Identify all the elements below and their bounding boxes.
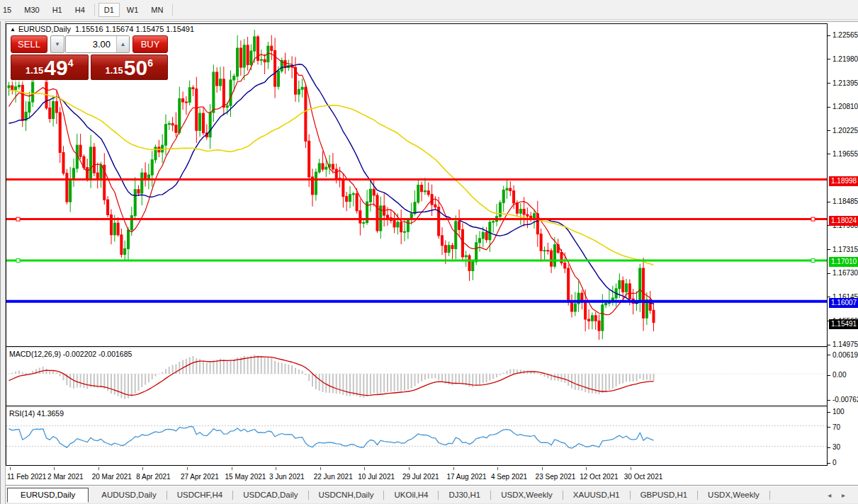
tab-scroll-arrows: ◂ ▸ xyxy=(819,491,845,499)
chart-window: ▲EURUSD,Daily1.15516 1.15674 1.15475 1.1… xyxy=(6,21,858,504)
time-axis-tick xyxy=(10,467,11,470)
rsi-axis-label: 30 xyxy=(832,442,840,452)
price-marker-badge: 1.18998 xyxy=(829,176,858,186)
chart-tab-dj30-h1[interactable]: DJ30,H1 xyxy=(440,488,489,502)
time-axis-label: 27 Apr 2021 xyxy=(181,473,219,481)
price-axis-tick xyxy=(828,202,830,202)
price-axis-tick xyxy=(828,154,830,154)
tab-separator xyxy=(563,491,563,500)
time-axis-label: 3 Jun 2021 xyxy=(269,473,305,481)
price-axis-label: 1.20225 xyxy=(832,126,858,135)
timeframe-button-w1[interactable]: W1 xyxy=(121,3,145,17)
price-axis-label: 1.21395 xyxy=(832,79,858,88)
price-axis-label: 1.19655 xyxy=(832,149,858,159)
price-axis-label: 1.22565 xyxy=(832,30,858,40)
tab-separator xyxy=(232,491,233,500)
chart-tab-xauusd-h1[interactable]: XAUUSD,H1 xyxy=(565,488,628,502)
chart-tab-eurusd-daily[interactable]: EURUSD,Daily xyxy=(7,488,89,503)
chart-tab-usdx-weekly[interactable]: USDX,Weekly xyxy=(492,488,561,502)
time-axis-tick xyxy=(542,467,543,470)
time-axis-tick xyxy=(409,467,410,470)
rsi-axis-tick xyxy=(828,447,830,448)
rsi-axis-tick xyxy=(828,463,830,464)
price-axis-label: 1.21980 xyxy=(832,55,858,64)
tab-separator xyxy=(383,491,384,500)
price-marker-badge: 1.18024 xyxy=(829,216,858,226)
tab-separator xyxy=(438,491,439,500)
time-axis[interactable]: 11 Feb 20212 Mar 202120 Mar 20218 Apr 20… xyxy=(6,467,828,486)
macd-axis-label: -0.00762 xyxy=(832,395,858,404)
price-marker-badge: 1.15491 xyxy=(829,319,858,329)
timeframe-button-h1[interactable]: H1 xyxy=(47,3,68,17)
rsi-axis-label: 70 xyxy=(832,423,840,432)
timeframe-button-h4[interactable]: H4 xyxy=(69,3,91,17)
time-axis-tick xyxy=(232,467,232,470)
volume-decrease-button[interactable]: ▼ xyxy=(50,35,64,53)
timeframe-button-m30[interactable]: M30 xyxy=(18,3,45,17)
price-axis-tick xyxy=(828,273,830,274)
time-axis-tick xyxy=(54,467,55,470)
price-axis-tick xyxy=(828,345,830,345)
time-axis-tick xyxy=(497,467,498,470)
tab-separator xyxy=(166,491,167,500)
chart-symbol-label: EURUSD,Daily xyxy=(18,25,71,33)
toolbar-separator xyxy=(172,4,173,16)
price-axis-label: 1.18485 xyxy=(832,197,858,206)
price-axis-tick xyxy=(828,59,830,59)
price-axis-label: 1.17315 xyxy=(832,245,858,254)
time-axis-label: 2 Mar 2021 xyxy=(47,473,84,481)
rsi-panel-canvas[interactable] xyxy=(6,408,827,465)
chart-tab-audusd-daily[interactable]: AUDUSD,Daily xyxy=(93,488,164,502)
chart-tab-usdx-weekly[interactable]: USDX,Weekly xyxy=(699,488,768,502)
price-marker-badge: 1.17010 xyxy=(829,257,858,267)
buy-price-big: 50 xyxy=(124,58,147,78)
price-axis[interactable]: 1.225651.219801.213951.208101.202251.196… xyxy=(828,23,858,466)
sell-price-big: 49 xyxy=(44,58,67,78)
time-axis-tick xyxy=(320,467,321,470)
window-frame-left xyxy=(0,21,6,504)
price-axis-label: 1.16730 xyxy=(832,268,858,277)
tab-separator xyxy=(630,491,631,500)
buy-button[interactable]: BUY xyxy=(132,35,168,53)
chart-tab-usdcad-daily[interactable]: USDCAD,Daily xyxy=(235,488,306,502)
macd-axis-label: 0.00 xyxy=(832,370,846,379)
timeframe-button-mn[interactable]: MN xyxy=(145,3,169,17)
sell-button[interactable]: SELL xyxy=(11,35,47,53)
rsi-indicator-label: RSI(14) 41.3659 xyxy=(9,409,64,418)
chart-tab-usdcnh-daily[interactable]: USDCNH,Daily xyxy=(310,488,383,502)
time-axis-label: 17 Aug 2021 xyxy=(447,473,487,481)
timeframe-button-d1[interactable]: D1 xyxy=(98,3,120,17)
chart-tab-ukoil-h4[interactable]: UKOil,H4 xyxy=(385,488,436,502)
sell-price-display[interactable]: 1.15494 xyxy=(11,55,89,80)
time-axis-label: 8 Apr 2021 xyxy=(136,473,170,481)
chevron-down-icon: ▼ xyxy=(55,41,60,47)
price-axis-tick xyxy=(828,35,830,36)
time-axis-tick xyxy=(142,467,143,470)
time-axis-tick xyxy=(586,467,587,470)
sell-price-prefix: 1.15 xyxy=(26,65,43,76)
tabs-scroll-right-icon[interactable]: ▸ xyxy=(842,491,845,499)
chart-tab-gbpusd-h1[interactable]: GBPUSD,H1 xyxy=(632,488,696,502)
timeframe-button-15[interactable]: 15 xyxy=(0,3,17,17)
tabs-scroll-left-icon[interactable]: ◂ xyxy=(828,491,831,499)
price-axis-tick xyxy=(828,83,830,84)
rsi-axis-tick xyxy=(828,412,830,413)
tab-separator xyxy=(697,491,698,500)
one-click-trading-panel: SELL ▼ ▲ BUY 1.15494 1.15506 xyxy=(9,34,170,82)
price-axis-tick xyxy=(828,249,830,250)
chart-tab-usdchf-h4[interactable]: USDCHF,H4 xyxy=(169,488,232,502)
toolbar-separator xyxy=(94,4,95,16)
time-axis-label: 20 Mar 2021 xyxy=(92,473,132,481)
time-axis-label: 11 Feb 2021 xyxy=(7,473,46,481)
chart-tab-bar: EURUSD,DailyAUDUSD,DailyUSDCHF,H4USDCAD,… xyxy=(6,486,858,504)
macd-indicator-label: MACD(12,26,9) -0.002202 -0.001685 xyxy=(9,350,132,358)
price-axis-tick xyxy=(828,107,830,108)
time-axis-tick xyxy=(187,467,188,470)
sell-price-pip: 4 xyxy=(68,57,74,69)
buy-price-display[interactable]: 1.15506 xyxy=(91,55,169,80)
time-axis-label: 22 Jun 2021 xyxy=(314,473,353,481)
time-axis-label: 12 Oct 2021 xyxy=(580,473,618,481)
volume-increase-button[interactable]: ▲ xyxy=(116,36,129,52)
collapse-triangle-icon[interactable]: ▲ xyxy=(10,26,16,33)
macd-axis-tick xyxy=(828,400,830,401)
